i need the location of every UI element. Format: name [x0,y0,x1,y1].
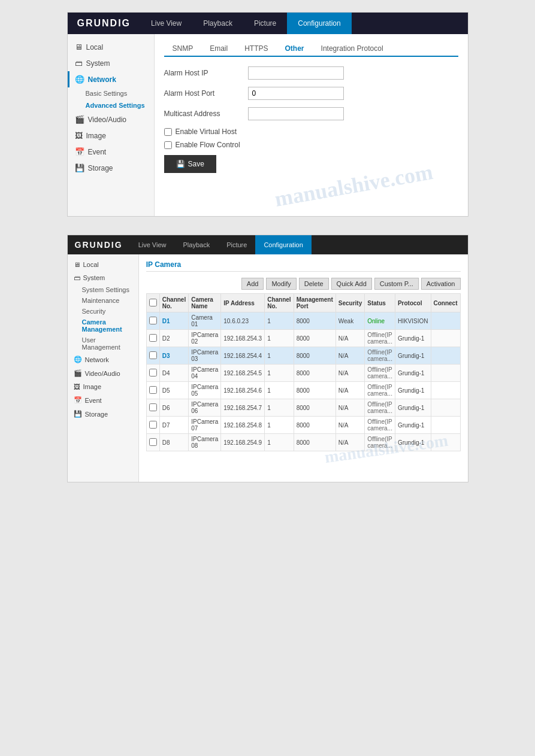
save-button[interactable]: 💾 Save [164,155,216,173]
nav-picture[interactable]: Picture [243,13,287,34]
sidebar-item-system[interactable]: 🗃 System [68,55,154,71]
modify-button[interactable]: Modify [266,278,296,290]
nav2-playback[interactable]: Playback [175,235,219,254]
row-checkbox[interactable] [149,334,157,342]
multicast-address-row: Multicast Address [164,107,458,120]
th-mgmt-port: Management Port [294,294,335,312]
nav2-live-view[interactable]: Live View [130,235,175,254]
table-header-row: Channel No. Camera Name IP Address Chann… [146,294,460,312]
sidebar2-item-image[interactable]: 🖼 Image [68,380,138,393]
sidebar2-item-video-audio[interactable]: 🎬 Video/Audio [68,366,138,380]
row-checkbox[interactable] [149,403,157,411]
tab-integration-protocol[interactable]: Integration Protocol [313,41,392,57]
tab-snmp[interactable]: SNMP [164,41,202,57]
section-title: IP Camera [146,260,461,272]
cell-channel: D3 [159,347,188,365]
select-all-checkbox[interactable] [149,299,157,306]
event-icon: 📅 [75,147,84,156]
sidebar2-label-system: System [83,274,105,281]
th-check [146,294,159,312]
row-checkbox[interactable] [149,386,157,394]
multicast-address-input[interactable] [248,107,344,120]
row-checkbox[interactable] [149,351,157,359]
sidebar2-item-local[interactable]: 🖥 Local [68,258,138,271]
system-icon: 🗃 [75,59,83,68]
sidebar-label-storage: Storage [88,164,113,172]
cell-check[interactable] [146,382,159,399]
cell-check[interactable] [146,417,159,434]
sidebar-item-network[interactable]: 🌐 Network [68,71,154,87]
nav-live-view[interactable]: Live View [140,13,192,34]
nav-playback[interactable]: Playback [192,13,243,34]
cell-status: Offline(IP camera... [365,399,395,417]
cell-check[interactable] [146,434,159,451]
sidebar-item-video-audio[interactable]: 🎬 Video/Audio [68,111,154,127]
alarm-host-port-row: Alarm Host Port [164,87,458,100]
sidebar2-item-event[interactable]: 📅 Event [68,393,138,407]
th-channel: Channel No. [159,294,188,312]
custom-p-button[interactable]: Custom P... [374,278,419,290]
cell-status: Offline(IP camera... [365,330,395,347]
sidebar2-sub-system-settings[interactable]: System Settings [68,284,138,295]
tab-bar: SNMP Email HTTPS Other Integration Proto… [164,41,458,57]
add-button[interactable]: Add [241,278,264,290]
cell-check[interactable] [146,330,159,347]
quick-add-button[interactable]: Quick Add [331,278,372,290]
sidebar-item-local[interactable]: 🖥 Local [68,39,154,55]
sidebar2-sub-user-management[interactable]: User Management [68,335,138,353]
th-security: Security [335,294,364,312]
sidebar-sub-basic-settings[interactable]: Basic Settings [68,87,154,99]
sidebar2-item-system[interactable]: 🗃 System [68,271,138,284]
cell-check[interactable] [146,399,159,417]
activation-button[interactable]: Activation [421,278,461,290]
sidebar2-item-network[interactable]: 🌐 Network [68,353,138,366]
nav2-picture[interactable]: Picture [218,235,255,254]
cell-check[interactable] [146,347,159,365]
cell-security: N/A [335,347,364,365]
multicast-address-label: Multicast Address [164,110,248,118]
sidebar2-sub-security[interactable]: Security [68,306,138,317]
sidebar2-label-security: Security [82,308,106,315]
delete-button[interactable]: Delete [299,278,329,290]
enable-virtual-host-checkbox[interactable] [164,128,172,136]
cell-port: 8000 [294,365,335,382]
cell-check[interactable] [146,312,159,330]
sidebar-item-event[interactable]: 📅 Event [68,144,154,160]
system-icon2: 🗃 [74,274,80,281]
sidebar2-item-storage[interactable]: 💾 Storage [68,407,138,421]
cell-ip: 10.6.0.23 [221,312,265,330]
sidebar-label-image: Image [86,132,106,140]
row-checkbox[interactable] [149,369,157,377]
main-content: SNMP Email HTTPS Other Integration Proto… [155,34,468,216]
sidebar-item-image[interactable]: 🖼 Image [68,127,154,144]
sidebar2-label-storage: Storage [85,411,108,418]
alarm-host-port-input[interactable] [248,87,344,100]
sidebar-label-video-audio: Video/Audio [88,116,127,124]
nav-configuration[interactable]: Configuration [287,13,351,34]
sidebar-item-storage[interactable]: 💾 Storage [68,160,154,176]
row-checkbox[interactable] [149,421,157,429]
cell-port: 8000 [294,347,335,365]
enable-flow-control-label: Enable Flow Control [176,141,240,149]
tab-https[interactable]: HTTPS [236,41,276,57]
watermark2-area: manualshive.com [146,451,461,469]
camera-table: Channel No. Camera Name IP Address Chann… [146,293,461,451]
cell-camera-name: IPCamera 04 [189,365,221,382]
cell-channel: D1 [159,312,188,330]
alarm-host-ip-input[interactable] [248,66,344,80]
cell-check[interactable] [146,365,159,382]
cell-ip: 192.168.254.5 [221,365,265,382]
sidebar2-sub-maintenance[interactable]: Maintenance [68,295,138,306]
nav2-configuration[interactable]: Configuration [255,235,311,254]
th-ip: IP Address [221,294,265,312]
tab-other[interactable]: Other [277,41,313,57]
cell-security: N/A [335,399,364,417]
sidebar-sub-advanced-settings[interactable]: Advanced Settings [68,99,154,111]
row-checkbox[interactable] [149,438,157,446]
table-row: D2 IPCamera 02 192.168.254.3 1 8000 N/A … [146,330,460,347]
tab-email[interactable]: Email [201,41,236,57]
enable-flow-control-checkbox[interactable] [164,141,172,149]
sidebar2-sub-camera-management[interactable]: Camera Management [68,317,138,335]
row-checkbox[interactable] [149,317,157,324]
cell-channel: D7 [159,417,188,434]
